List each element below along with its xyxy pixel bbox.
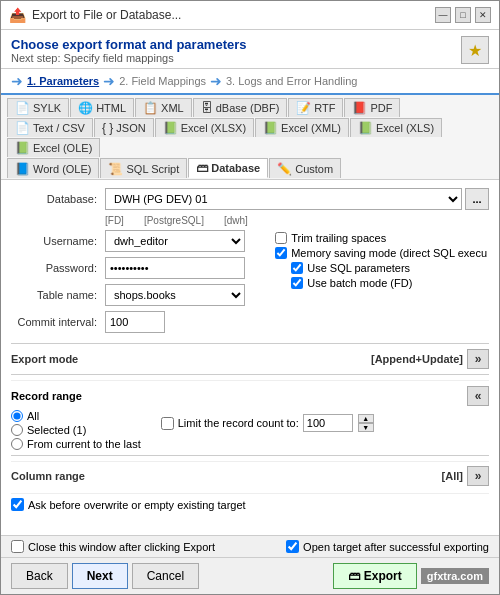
cancel-button[interactable]: Cancel <box>132 563 199 589</box>
sql-icon: 📜 <box>108 162 123 176</box>
username-select[interactable]: dwh_editor <box>105 230 245 252</box>
open-after-export-checkbox[interactable] <box>286 540 299 553</box>
tab-xlsx[interactable]: 📗 Excel (XLSX) <box>155 118 254 137</box>
record-range-label: Record range <box>11 390 82 402</box>
tab-html-label: HTML <box>96 102 126 114</box>
tab-database[interactable]: 🗃 Database <box>188 158 268 178</box>
xlsx-icon: 📗 <box>163 121 178 135</box>
two-panel: Username: dwh_editor Password: Table nam… <box>11 230 489 338</box>
step1-label[interactable]: 1. Parameters <box>27 75 99 87</box>
json-icon: { } <box>102 121 113 135</box>
sql-params-row: Use SQL parameters <box>275 262 489 274</box>
html-icon: 🌐 <box>78 101 93 115</box>
back-button[interactable]: Back <box>11 563 68 589</box>
batch-checkbox[interactable] <box>291 277 303 289</box>
format-row-2: 📄 Text / CSV { } JSON 📗 Excel (XLSX) 📗 E… <box>7 118 493 157</box>
tab-rtf[interactable]: 📝 RTF <box>288 98 343 117</box>
tab-xlsx-label: Excel (XLSX) <box>181 122 246 134</box>
tab-excel-xml-label: Excel (XML) <box>281 122 341 134</box>
record-range-back-button[interactable]: « <box>467 386 489 406</box>
radio-all-input[interactable] <box>11 410 23 422</box>
radio-from-current: From current to the last <box>11 438 141 450</box>
tab-word-ole[interactable]: 📘 Word (OLE) <box>7 158 99 178</box>
word-ole-icon: 📘 <box>15 162 30 176</box>
limit-input[interactable] <box>303 414 353 432</box>
overwrite-checkbox[interactable] <box>11 498 24 511</box>
bottom-bar: Back Next Cancel 🗃 Export gfxtra.com <box>1 557 499 594</box>
xls-icon: 📗 <box>358 121 373 135</box>
radio-all-label: All <box>27 410 39 422</box>
trim-checkbox[interactable] <box>275 232 287 244</box>
export-mode-value: [Append+Update] <box>371 353 463 365</box>
commit-row: Commit interval: <box>11 311 257 333</box>
export-mode-forward-button[interactable]: » <box>467 349 489 369</box>
main-content: Database: DWH (PG DEV) 01 ... [FD] [Post… <box>1 180 499 535</box>
database-browse-button[interactable]: ... <box>465 188 489 210</box>
section-divider-1 <box>11 343 489 344</box>
tab-html[interactable]: 🌐 HTML <box>70 98 134 117</box>
limit-checkbox[interactable] <box>161 417 174 430</box>
close-button[interactable]: ✕ <box>475 7 491 23</box>
footer-options: Close this window after clicking Export … <box>1 535 499 557</box>
tab-excel-xml[interactable]: 📗 Excel (XML) <box>255 118 349 137</box>
tab-pdf[interactable]: 📕 PDF <box>344 98 400 117</box>
step3-label[interactable]: 3. Logs and Error Handling <box>226 75 357 87</box>
export-button[interactable]: 🗃 Export <box>333 563 417 589</box>
minimize-button[interactable]: — <box>435 7 451 23</box>
db-hint2: [PostgreSQL] <box>144 215 204 226</box>
password-label: Password: <box>11 262 101 274</box>
tab-json-label: JSON <box>116 122 145 134</box>
record-limit-area: Limit the record count to: ▲ ▼ <box>161 410 374 450</box>
tab-sylk[interactable]: 📄 SYLK <box>7 98 69 117</box>
maximize-button[interactable]: □ <box>455 7 471 23</box>
dbase-icon: 🗄 <box>201 101 213 115</box>
tab-excel-ole[interactable]: 📗 Excel (OLE) <box>7 138 100 157</box>
tab-xls-label: Excel (XLS) <box>376 122 434 134</box>
step1-arrow: ➜ <box>11 73 23 89</box>
favorite-button[interactable]: ★ <box>461 36 489 64</box>
open-after-export-label: Open target after successful exporting <box>303 541 489 553</box>
tab-custom[interactable]: ✏️ Custom <box>269 158 341 178</box>
memory-checkbox[interactable] <box>275 247 287 259</box>
sql-params-checkbox[interactable] <box>291 262 303 274</box>
password-row: Password: <box>11 257 257 279</box>
header-section: Choose export format and parameters Next… <box>1 30 499 69</box>
next-button[interactable]: Next <box>72 563 128 589</box>
username-row: Username: dwh_editor <box>11 230 257 252</box>
radio-all: All <box>11 410 141 422</box>
table-name-select[interactable]: shops.books <box>105 284 245 306</box>
tab-json[interactable]: { } JSON <box>94 118 154 137</box>
limit-spin-down[interactable]: ▼ <box>358 423 374 432</box>
tab-dbase[interactable]: 🗄 dBase (DBF) <box>193 98 288 117</box>
export-icon: 🗃 <box>348 569 360 583</box>
db-hint1: [FD] <box>105 215 124 226</box>
tab-csv[interactable]: 📄 Text / CSV <box>7 118 93 137</box>
column-range-forward-button[interactable]: » <box>467 466 489 486</box>
database-label: Database: <box>11 193 101 205</box>
bottom-right: 🗃 Export gfxtra.com <box>333 563 489 589</box>
step2-label[interactable]: 2. Field Mappings <box>119 75 206 87</box>
tab-xml[interactable]: 📋 XML <box>135 98 192 117</box>
tab-pdf-label: PDF <box>370 102 392 114</box>
trim-label: Trim trailing spaces <box>291 232 386 244</box>
radio-from-current-input[interactable] <box>11 438 23 450</box>
radio-group: All Selected (1) From current to the las… <box>11 410 141 450</box>
limit-spin-up[interactable]: ▲ <box>358 414 374 423</box>
batch-row: Use batch mode (FD) <box>275 277 489 289</box>
tab-xls[interactable]: 📗 Excel (XLS) <box>350 118 442 137</box>
close-after-export-row: Close this window after clicking Export <box>11 540 215 553</box>
commit-input[interactable] <box>105 311 165 333</box>
limit-row: Limit the record count to: ▲ ▼ <box>161 414 374 432</box>
header-subtitle: Next step: Specify field mappings <box>11 52 247 64</box>
table-name-row: Table name: shops.books <box>11 284 257 306</box>
csv-icon: 📄 <box>15 121 30 135</box>
password-input[interactable] <box>105 257 245 279</box>
rtf-icon: 📝 <box>296 101 311 115</box>
close-after-export-checkbox[interactable] <box>11 540 24 553</box>
export-label: Export <box>364 569 402 583</box>
format-row-3: 📘 Word (OLE) 📜 SQL Script 🗃 Database ✏️ … <box>7 158 493 178</box>
tab-sql[interactable]: 📜 SQL Script <box>100 158 187 178</box>
database-select[interactable]: DWH (PG DEV) 01 <box>105 188 462 210</box>
radio-selected-input[interactable] <box>11 424 23 436</box>
column-range-value: [All] <box>442 470 463 482</box>
